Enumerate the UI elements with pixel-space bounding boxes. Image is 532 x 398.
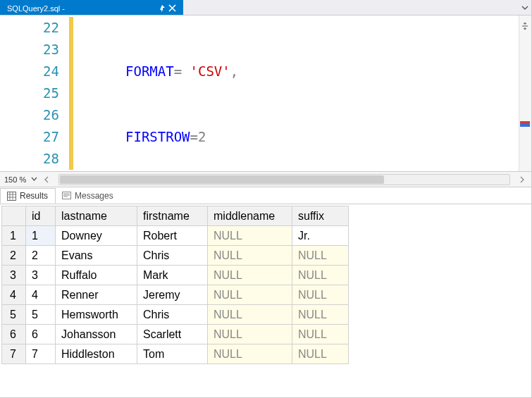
line-number: 22 bbox=[0, 17, 59, 39]
line-number: 26 bbox=[0, 104, 59, 126]
code-token: =2 bbox=[190, 129, 206, 144]
document-tab-active[interactable]: SQLQuery2.sql - bbox=[0, 0, 183, 15]
column-header-middlename[interactable]: middlename bbox=[208, 206, 292, 226]
line-number: 28 bbox=[0, 148, 59, 170]
zoom-level[interactable]: 150 % bbox=[4, 175, 26, 184]
cell-suffix[interactable]: Jr. bbox=[292, 226, 349, 246]
code-token: , bbox=[230, 63, 238, 79]
line-number: 24 bbox=[0, 61, 59, 82]
vertical-scrollbar[interactable] bbox=[519, 15, 531, 171]
cell-firstname[interactable]: Robert bbox=[137, 226, 208, 246]
tab-overflow-dropdown[interactable] bbox=[519, 0, 531, 15]
cell-firstname[interactable]: Mark bbox=[137, 266, 208, 285]
line-number: 27 bbox=[0, 126, 59, 148]
cell-lastname[interactable]: Evans bbox=[56, 246, 137, 266]
table-row[interactable]: 33RuffaloMarkNULLNULL bbox=[2, 266, 349, 285]
results-table[interactable]: id lastname firstname middlename suffix … bbox=[1, 206, 349, 364]
overview-mark-caret bbox=[520, 124, 530, 127]
cell-firstname[interactable]: Jeremy bbox=[137, 285, 208, 305]
row-number-cell[interactable]: 1 bbox=[2, 226, 26, 246]
cell-lastname[interactable]: Johansson bbox=[56, 325, 137, 344]
cell-middlename[interactable]: NULL bbox=[208, 344, 292, 364]
table-row[interactable]: 44RennerJeremyNULLNULL bbox=[2, 285, 349, 305]
row-number-cell[interactable]: 2 bbox=[2, 246, 26, 266]
cell-suffix[interactable]: NULL bbox=[292, 344, 349, 364]
scroll-left-arrow-icon[interactable] bbox=[42, 175, 51, 185]
svg-rect-0 bbox=[7, 192, 16, 200]
cell-lastname[interactable]: Hemsworth bbox=[56, 305, 137, 325]
code-area[interactable]: FORMAT= 'CSV', FIRSTROW=2 ) GO SELECT * … bbox=[73, 15, 531, 171]
results-tab-strip: Results Messages bbox=[0, 187, 531, 204]
column-header-id[interactable]: id bbox=[26, 206, 56, 226]
line-number-gutter: 22 23 24 25 26 27 28 bbox=[0, 15, 73, 171]
code-token: = bbox=[174, 63, 190, 79]
split-view-icon[interactable] bbox=[520, 21, 530, 31]
cell-id[interactable]: 2 bbox=[26, 246, 56, 266]
column-header-suffix[interactable]: suffix bbox=[292, 206, 349, 226]
cell-suffix[interactable]: NULL bbox=[292, 246, 349, 266]
cell-firstname[interactable]: Scarlett bbox=[137, 325, 208, 344]
cell-lastname[interactable]: Downey bbox=[56, 226, 137, 246]
zoom-dropdown-icon[interactable] bbox=[29, 175, 39, 185]
close-icon[interactable] bbox=[168, 4, 176, 13]
cell-firstname[interactable]: Chris bbox=[137, 246, 208, 266]
cell-id[interactable]: 6 bbox=[26, 325, 56, 344]
row-number-cell[interactable]: 7 bbox=[2, 344, 26, 364]
tab-results[interactable]: Results bbox=[0, 188, 56, 204]
row-number-cell[interactable]: 4 bbox=[2, 285, 26, 305]
cell-middlename[interactable]: NULL bbox=[208, 305, 292, 325]
table-row[interactable]: 66JohanssonScarlettNULLNULL bbox=[2, 325, 349, 344]
results-grid[interactable]: id lastname firstname middlename suffix … bbox=[0, 206, 531, 364]
table-row[interactable]: 22EvansChrisNULLNULL bbox=[2, 246, 349, 266]
corner-cell[interactable] bbox=[2, 206, 26, 226]
editor-footer: 150 % bbox=[0, 172, 531, 187]
cell-firstname[interactable]: Chris bbox=[137, 305, 208, 325]
cell-firstname[interactable]: Tom bbox=[137, 344, 208, 364]
row-number-cell[interactable]: 5 bbox=[2, 305, 26, 325]
messages-icon bbox=[61, 191, 71, 201]
column-header-lastname[interactable]: lastname bbox=[56, 206, 137, 226]
line-number: 25 bbox=[0, 82, 59, 104]
results-grid-icon bbox=[6, 191, 16, 201]
cell-middlename[interactable]: NULL bbox=[208, 285, 292, 305]
cell-middlename[interactable]: NULL bbox=[208, 226, 292, 246]
horizontal-scrollbar[interactable] bbox=[58, 174, 510, 185]
cell-id[interactable]: 4 bbox=[26, 285, 56, 305]
tab-label: Results bbox=[20, 191, 48, 201]
scroll-right-arrow-icon[interactable] bbox=[517, 175, 527, 185]
row-number-cell[interactable]: 6 bbox=[2, 325, 26, 344]
svg-rect-1 bbox=[62, 192, 70, 199]
scrollbar-thumb[interactable] bbox=[60, 175, 384, 184]
tab-label: Messages bbox=[75, 191, 113, 201]
code-token: FIRSTROW bbox=[125, 129, 190, 144]
table-row[interactable]: 11DowneyRobertNULLJr. bbox=[2, 226, 349, 246]
table-row[interactable]: 55HemsworthChrisNULLNULL bbox=[2, 305, 349, 325]
code-token: 'CSV' bbox=[190, 63, 230, 79]
cell-suffix[interactable]: NULL bbox=[292, 285, 349, 305]
table-row[interactable]: 77HiddlestonTomNULLNULL bbox=[2, 344, 349, 364]
header-row: id lastname firstname middlename suffix bbox=[2, 206, 349, 226]
sql-editor[interactable]: 22 23 24 25 26 27 28 FORMAT= 'CSV', FIRS… bbox=[0, 15, 531, 172]
document-tab-title: SQLQuery2.sql - bbox=[7, 4, 65, 13]
cell-id[interactable]: 1 bbox=[26, 226, 56, 246]
cell-middlename[interactable]: NULL bbox=[208, 266, 292, 285]
cell-id[interactable]: 3 bbox=[26, 266, 56, 285]
document-tab-bar: SQLQuery2.sql - bbox=[0, 0, 531, 15]
cell-lastname[interactable]: Ruffalo bbox=[56, 266, 137, 285]
pin-icon[interactable] bbox=[157, 4, 166, 13]
cell-lastname[interactable]: Renner bbox=[56, 285, 137, 305]
cell-id[interactable]: 7 bbox=[26, 344, 56, 364]
cell-suffix[interactable]: NULL bbox=[292, 325, 349, 344]
column-header-firstname[interactable]: firstname bbox=[137, 206, 208, 226]
line-number: 23 bbox=[0, 39, 59, 61]
cell-suffix[interactable]: NULL bbox=[292, 305, 349, 325]
cell-lastname[interactable]: Hiddleston bbox=[56, 344, 137, 364]
cell-suffix[interactable]: NULL bbox=[292, 266, 349, 285]
row-number-cell[interactable]: 3 bbox=[2, 266, 26, 285]
cell-id[interactable]: 5 bbox=[26, 305, 56, 325]
code-token: FORMAT bbox=[125, 63, 174, 79]
cell-middlename[interactable]: NULL bbox=[208, 246, 292, 266]
cell-middlename[interactable]: NULL bbox=[208, 325, 292, 344]
tab-messages[interactable]: Messages bbox=[56, 189, 121, 203]
